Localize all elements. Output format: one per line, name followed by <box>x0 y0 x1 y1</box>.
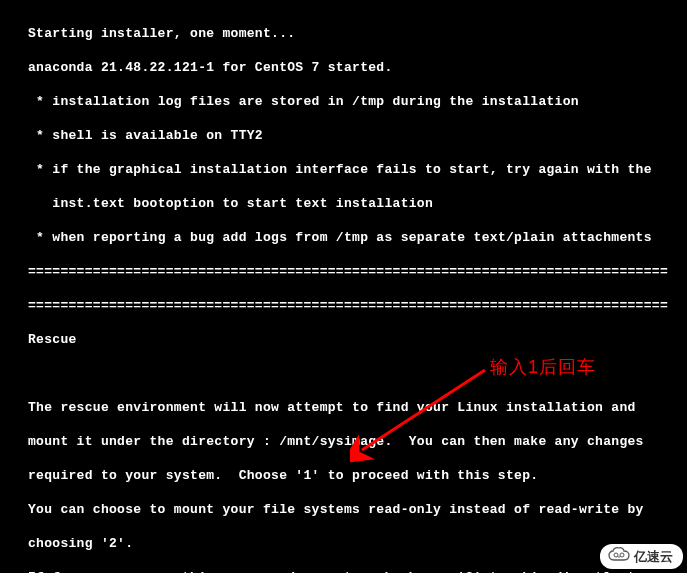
terminal-output: Starting installer, one moment... anacon… <box>0 0 687 573</box>
terminal-line: If for some reason this process does not… <box>28 569 677 573</box>
annotation-label: 输入1后回车 <box>490 355 596 379</box>
terminal-line: ========================================… <box>28 297 677 314</box>
terminal-line: anaconda 21.48.22.121-1 for CentOS 7 sta… <box>28 59 677 76</box>
terminal-line: You can choose to mount your file system… <box>28 501 677 518</box>
terminal-line: choosing '2'. <box>28 535 677 552</box>
terminal-line: * installation log files are stored in /… <box>28 93 677 110</box>
terminal-line: Starting installer, one moment... <box>28 25 677 42</box>
terminal-line: required to your system. Choose '1' to p… <box>28 467 677 484</box>
terminal-line: * if the graphical installation interfac… <box>28 161 677 178</box>
watermark-text: 亿速云 <box>634 548 673 566</box>
rescue-heading: Rescue <box>28 331 677 348</box>
terminal-line: * shell is available on TTY2 <box>28 127 677 144</box>
terminal-line: ========================================… <box>28 263 677 280</box>
terminal-line: * when reporting a bug add logs from /tm… <box>28 229 677 246</box>
terminal-line: The rescue environment will now attempt … <box>28 399 677 416</box>
cloud-icon <box>608 547 630 566</box>
watermark-badge: 亿速云 <box>600 544 683 569</box>
terminal-line: mount it under the directory : /mnt/sysi… <box>28 433 677 450</box>
svg-point-3 <box>620 553 624 557</box>
svg-point-2 <box>614 553 618 557</box>
terminal-line: inst.text bootoption to start text insta… <box>28 195 677 212</box>
